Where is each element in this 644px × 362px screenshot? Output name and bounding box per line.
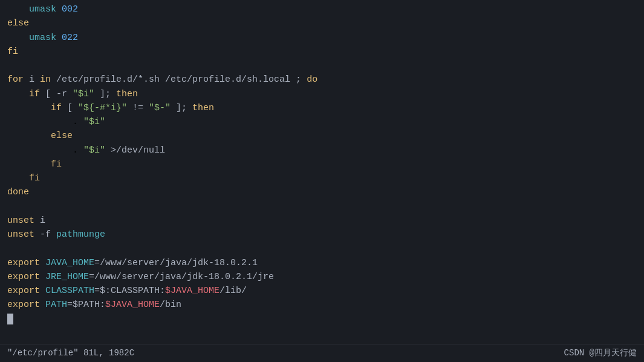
line-5 <box>7 59 637 73</box>
cursor <box>7 314 13 324</box>
code-editor: umask 002 else umask 022 fi for i in /et… <box>0 0 644 362</box>
line-20: export JRE_HOME=/www/server/java/jdk-18.… <box>7 270 637 284</box>
line-17: unset -f pathmunge <box>7 228 637 242</box>
line-2: else <box>7 16 637 30</box>
line-10: else <box>7 129 637 143</box>
status-brand: CSDN @四月天行健 <box>564 347 637 360</box>
line-8: if [ "${-#*i}" != "$-" ]; then <box>7 101 637 115</box>
line-14: done <box>7 185 637 199</box>
line-13: fi <box>7 171 637 185</box>
line-4: fi <box>7 45 637 59</box>
line-15 <box>7 200 637 214</box>
status-file-info: "/etc/profile" 81L, 1982C <box>7 347 134 360</box>
line-1: umask 002 <box>7 2 637 16</box>
line-9: . "$i" <box>7 115 637 129</box>
line-3: umask 022 <box>7 31 637 45</box>
line-7: if [ -r "$i" ]; then <box>7 87 637 101</box>
line-22: export PATH=$PATH:$JAVA_HOME/bin <box>7 298 637 312</box>
status-bar: "/etc/profile" 81L, 1982C CSDN @四月天行健 <box>0 344 644 362</box>
line-23 <box>7 312 637 326</box>
line-21: export CLASSPATH=$:CLASSPATH:$JAVA_HOME/… <box>7 284 637 298</box>
line-16: unset i <box>7 214 637 228</box>
line-18 <box>7 242 637 255</box>
code-area: umask 002 else umask 022 fi for i in /et… <box>7 2 637 326</box>
line-19: export JAVA_HOME=/www/server/java/jdk-18… <box>7 256 637 270</box>
line-12: fi <box>7 157 637 171</box>
line-6: for i in /etc/profile.d/*.sh /etc/profil… <box>7 73 637 87</box>
line-11: . "$i" >/dev/null <box>7 143 637 157</box>
